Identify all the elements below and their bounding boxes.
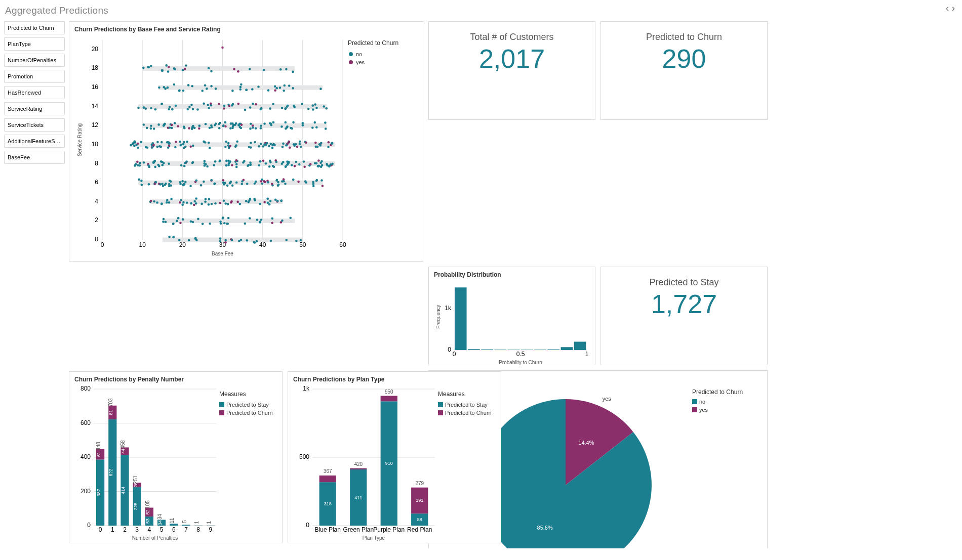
filter-button-5[interactable]: ServiceRating (4, 102, 65, 115)
svg-point-606 (279, 87, 282, 89)
svg-point-306 (137, 164, 139, 166)
svg-point-556 (175, 105, 177, 107)
next-icon[interactable]: › (952, 3, 955, 14)
svg-point-332 (243, 160, 246, 162)
svg-point-323 (303, 165, 306, 168)
svg-point-218 (231, 184, 234, 187)
svg-point-242 (158, 165, 161, 167)
svg-point-170 (189, 185, 192, 187)
svg-point-464 (250, 122, 252, 125)
svg-text:yes: yes (603, 396, 612, 402)
svg-point-639 (349, 60, 353, 64)
filter-button-4[interactable]: HasRenewed (4, 86, 65, 99)
page-title: Aggregated Predictions (4, 3, 958, 21)
svg-text:Predicted to Churn: Predicted to Churn (226, 410, 273, 416)
svg-point-136 (181, 203, 184, 206)
svg-point-618 (208, 67, 210, 70)
svg-point-616 (185, 64, 187, 67)
svg-point-185 (181, 180, 184, 183)
svg-point-317 (273, 166, 275, 168)
kpi-customers-label: Total # of Customers (434, 32, 590, 42)
svg-point-367 (262, 145, 265, 148)
svg-point-506 (302, 124, 304, 126)
filter-button-8[interactable]: BaseFee (4, 151, 65, 164)
svg-point-564 (171, 108, 174, 111)
svg-point-482 (311, 126, 314, 129)
svg-rect-761 (438, 410, 443, 415)
svg-point-290 (204, 164, 206, 167)
svg-point-607 (158, 87, 161, 89)
svg-point-318 (143, 161, 145, 164)
svg-point-144 (150, 200, 152, 202)
svg-point-395 (168, 143, 171, 145)
svg-point-111 (193, 204, 195, 206)
svg-point-583 (267, 89, 270, 92)
svg-point-588 (251, 88, 254, 91)
svg-rect-652 (521, 350, 533, 350)
svg-text:1: 1 (206, 521, 212, 524)
svg-point-101 (239, 203, 242, 205)
svg-rect-737 (319, 476, 336, 482)
svg-point-336 (224, 146, 227, 148)
svg-point-217 (154, 181, 157, 184)
svg-point-500 (235, 122, 237, 125)
svg-point-309 (295, 161, 297, 163)
svg-point-533 (272, 103, 274, 105)
svg-point-411 (327, 146, 330, 148)
svg-point-87 (219, 221, 222, 223)
svg-point-620 (279, 68, 282, 71)
svg-point-517 (164, 122, 166, 125)
filter-button-1[interactable]: PlanType (4, 37, 65, 51)
svg-point-566 (307, 108, 310, 110)
svg-point-637 (349, 52, 353, 56)
svg-point-70 (182, 218, 184, 221)
svg-rect-651 (508, 350, 520, 350)
svg-point-189 (141, 184, 143, 186)
filter-button-7[interactable]: AdditionalFeatureSp… (4, 135, 65, 148)
svg-point-65 (162, 221, 165, 223)
svg-point-141 (224, 202, 227, 205)
kpi-customers-value: 2,017 (434, 44, 590, 74)
svg-point-325 (154, 166, 156, 168)
svg-point-59 (197, 218, 199, 221)
svg-text:400: 400 (81, 453, 91, 460)
kpi-stay-label: Predicted to Stay (606, 277, 762, 288)
filter-button-2[interactable]: NumberOfPenalties (4, 54, 65, 67)
svg-point-621 (150, 65, 152, 67)
svg-point-164 (184, 181, 187, 183)
svg-point-417 (296, 146, 299, 148)
svg-point-594 (274, 90, 276, 92)
penalty-card: Churn Predictions by Penalty Number 0200… (69, 371, 283, 543)
svg-point-267 (258, 164, 260, 166)
filter-button-3[interactable]: Promotion (4, 70, 65, 83)
svg-text:Number of Penalties: Number of Penalties (132, 535, 178, 541)
svg-point-165 (222, 179, 225, 182)
svg-point-274 (285, 165, 287, 168)
filter-button-6[interactable]: ServiceTickets (4, 118, 65, 132)
svg-point-77 (192, 221, 194, 224)
svg-point-427 (229, 145, 231, 147)
svg-point-47 (238, 240, 240, 242)
svg-point-521 (171, 124, 173, 126)
svg-point-162 (261, 183, 264, 185)
svg-point-572 (203, 102, 205, 105)
svg-point-402 (316, 146, 319, 148)
svg-text:703: 703 (108, 398, 113, 407)
svg-point-474 (157, 123, 160, 126)
svg-point-476 (183, 127, 186, 130)
svg-point-79 (244, 223, 246, 225)
prev-icon[interactable]: ‹ (946, 3, 949, 14)
filter-button-0[interactable]: Predicted to Churn (4, 21, 65, 34)
svg-point-381 (227, 142, 230, 145)
svg-point-60 (289, 217, 292, 219)
svg-text:600: 600 (81, 419, 91, 426)
svg-text:60: 60 (339, 241, 346, 248)
svg-text:10: 10 (139, 241, 146, 248)
svg-point-413 (159, 146, 162, 148)
svg-point-359 (133, 145, 136, 147)
svg-point-439 (263, 144, 266, 146)
svg-text:910: 910 (385, 461, 393, 466)
svg-point-346 (183, 141, 185, 144)
svg-point-610 (210, 70, 213, 73)
svg-point-234 (303, 160, 305, 163)
